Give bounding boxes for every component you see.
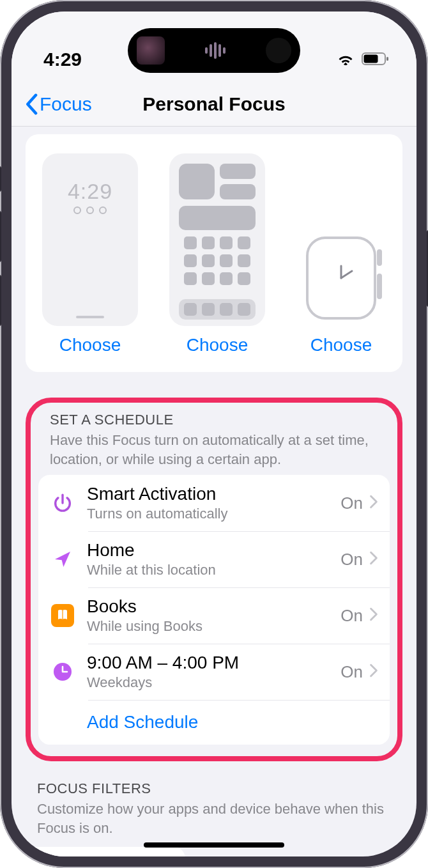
volume-up-button — [0, 211, 1, 262]
chevron-right-icon — [369, 606, 378, 626]
content: 4:29 Choose Choose — [11, 127, 417, 856]
dynamic-island[interactable] — [128, 28, 300, 73]
books-app-icon — [50, 604, 75, 627]
home-indicator[interactable] — [144, 842, 284, 848]
row-title: Smart Activation — [87, 484, 329, 504]
back-button[interactable]: Focus — [24, 93, 92, 115]
row-title: Books — [87, 596, 329, 617]
row-status: On — [340, 606, 363, 626]
row-subtitle: Turns on automatically — [87, 506, 329, 522]
audio-visualizer-icon — [205, 42, 225, 59]
schedule-description: Have this Focus turn on automatically at… — [50, 431, 378, 469]
chevron-right-icon — [369, 550, 378, 570]
focus-filters-section: FOCUS FILTERS Customize how your apps an… — [26, 780, 402, 837]
camera-dot — [266, 38, 291, 63]
volume-down-button — [0, 275, 1, 326]
choose-lock-label: Choose — [59, 335, 121, 355]
lock-preview-time: 4:29 — [68, 179, 112, 204]
row-status: On — [340, 662, 363, 682]
schedule-header: SET A SCHEDULE Have this Focus turn on a… — [38, 412, 390, 475]
watch-hands-icon — [325, 262, 357, 294]
filters-title: FOCUS FILTERS — [37, 780, 391, 797]
lock-preview-widgets — [73, 206, 107, 214]
location-arrow-icon — [50, 549, 75, 570]
schedule-row-smart-activation[interactable]: Smart Activation Turns on automatically … — [38, 475, 390, 531]
schedule-list: Smart Activation Turns on automatically … — [38, 475, 390, 745]
schedule-section-highlight: SET A SCHEDULE Have this Focus turn on a… — [26, 398, 402, 761]
svg-rect-2 — [386, 57, 388, 61]
back-label: Focus — [40, 93, 92, 115]
choose-home-label: Choose — [187, 335, 248, 355]
row-subtitle: While using Books — [87, 618, 329, 635]
chevron-left-icon — [24, 93, 38, 115]
now-playing-art — [137, 36, 165, 65]
wifi-icon — [336, 49, 355, 70]
lock-screen-option[interactable]: 4:29 Choose — [42, 153, 138, 355]
filters-description: Customize how your apps and device behav… — [37, 800, 391, 837]
svg-line-4 — [341, 271, 352, 278]
add-schedule-label: Add Schedule — [87, 712, 378, 732]
add-schedule-button[interactable]: Add Schedule — [38, 700, 390, 745]
svg-rect-1 — [364, 55, 378, 63]
row-status: On — [340, 550, 363, 570]
row-status: On — [340, 493, 363, 513]
watch-face-preview — [296, 230, 386, 326]
schedule-row-time[interactable]: 9:00 AM – 4:00 PM Weekdays On — [38, 644, 390, 700]
screen-chooser-card: 4:29 Choose Choose — [26, 134, 402, 372]
schedule-title: SET A SCHEDULE — [50, 412, 378, 428]
page-title: Personal Focus — [142, 93, 285, 115]
status-time: 4:29 — [43, 49, 82, 70]
schedule-row-app[interactable]: Books While using Books On — [38, 587, 390, 644]
choose-watch-label: Choose — [310, 335, 372, 355]
add-filter-button[interactable]: + — [26, 847, 185, 856]
row-subtitle: While at this location — [87, 562, 329, 578]
clock-icon — [50, 662, 75, 682]
navigation-bar: Focus Personal Focus — [11, 82, 417, 127]
schedule-row-location[interactable]: Home While at this location On — [38, 531, 390, 587]
side-button — [0, 166, 1, 192]
row-title: 9:00 AM – 4:00 PM — [87, 653, 329, 673]
screen: 4:29 Focus Personal Focus — [11, 12, 417, 856]
battery-icon — [362, 49, 390, 70]
chevron-right-icon — [369, 493, 378, 513]
plus-icon: + — [41, 855, 56, 856]
chevron-right-icon — [369, 662, 378, 682]
watch-face-option[interactable]: Choose — [296, 230, 386, 355]
device-frame: 4:29 Focus Personal Focus — [0, 0, 428, 868]
lock-screen-preview: 4:29 — [42, 153, 138, 326]
row-title: Home — [87, 540, 329, 561]
home-screen-option[interactable]: Choose — [169, 153, 265, 355]
home-screen-preview — [169, 153, 265, 326]
power-icon — [50, 492, 75, 514]
row-subtitle: Weekdays — [87, 674, 329, 691]
